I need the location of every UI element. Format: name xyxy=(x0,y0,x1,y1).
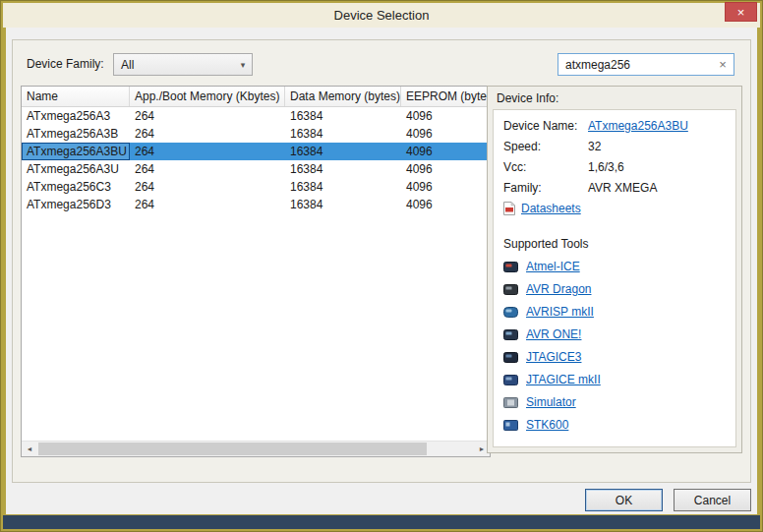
cancel-button[interactable]: Cancel xyxy=(674,489,751,511)
ok-button[interactable]: OK xyxy=(585,489,663,511)
tool-row: STK600 xyxy=(503,418,726,432)
cell-app: 264 xyxy=(130,196,285,213)
device-name-row: Device Name: ATxmega256A3BU xyxy=(503,119,726,133)
table-row-selected[interactable]: ATxmega256A3BU 264 16384 4096 xyxy=(22,143,490,160)
cell-name: ATxmega256C3 xyxy=(22,178,130,196)
tool-link-avrisp-mkii[interactable]: AVRISP mkII xyxy=(526,305,594,319)
vcc-row: Vcc: 1,6/3,6 xyxy=(503,160,726,174)
datasheets-link[interactable]: Datasheets xyxy=(521,202,581,215)
atmel-ice-icon xyxy=(503,262,518,272)
tool-link-avr-one[interactable]: AVR ONE! xyxy=(526,327,581,341)
tool-link-atmel-ice[interactable]: Atmel-ICE xyxy=(526,260,580,273)
content-panel: Device Family: All ▾ × Name App./Boot Me… xyxy=(12,39,751,483)
device-family-label: Device Family: xyxy=(27,57,104,71)
device-info-content: Device Name: ATxmega256A3BU Speed: 32 Vc… xyxy=(493,109,736,447)
simulator-icon xyxy=(503,397,518,408)
tool-row: Atmel-ICE xyxy=(503,260,726,273)
speed-label: Speed: xyxy=(503,140,588,153)
tool-link-simulator[interactable]: Simulator xyxy=(526,395,576,409)
family-label: Family: xyxy=(503,181,588,195)
cell-app: 264 xyxy=(130,125,285,143)
device-search-box: × xyxy=(558,53,734,76)
cell-eeprom: 4096 xyxy=(401,196,490,213)
cell-eeprom: 4096 xyxy=(401,160,490,178)
scroll-left-icon[interactable]: ◄ xyxy=(22,442,37,456)
cell-app: 264 xyxy=(130,178,285,196)
stk600-icon xyxy=(503,420,518,431)
cell-eeprom: 4096 xyxy=(401,125,490,143)
table-row[interactable]: ATxmega256C3 264 16384 4096 xyxy=(22,178,490,196)
avr-one-icon xyxy=(503,329,518,340)
column-header-eeprom[interactable]: EEPROM (bytes) xyxy=(401,87,490,106)
cell-name: ATxmega256A3 xyxy=(22,107,130,125)
cell-data: 16384 xyxy=(285,196,401,213)
supported-tools-heading: Supported Tools xyxy=(503,237,726,251)
table-row[interactable]: ATxmega256A3U 264 16384 4096 xyxy=(22,160,490,178)
family-value: AVR XMEGA xyxy=(588,181,657,195)
scrollbar-thumb[interactable] xyxy=(38,443,427,455)
device-name-link[interactable]: ATxmega256A3BU xyxy=(588,119,688,133)
cell-data: 16384 xyxy=(285,143,401,160)
family-row: Family: AVR XMEGA xyxy=(503,181,726,195)
cell-name: ATxmega256D3 xyxy=(22,196,130,213)
close-icon: × xyxy=(737,6,745,19)
tool-row: AVR Dragon xyxy=(503,282,726,296)
cell-data: 16384 xyxy=(285,160,401,178)
vcc-label: Vcc: xyxy=(503,160,588,174)
avr-dragon-icon xyxy=(503,284,518,295)
vcc-value: 1,6/3,6 xyxy=(588,160,624,174)
cell-data: 16384 xyxy=(285,107,401,125)
cell-eeprom: 4096 xyxy=(401,107,490,125)
cancel-button-label: Cancel xyxy=(694,494,731,507)
datasheets-row: Datasheets xyxy=(503,202,726,215)
chevron-down-icon: ▾ xyxy=(234,60,252,70)
pdf-icon xyxy=(503,202,515,215)
column-header-name[interactable]: Name xyxy=(22,87,130,106)
cell-name: ATxmega256A3U xyxy=(22,160,130,178)
tool-link-jtagice3[interactable]: JTAGICE3 xyxy=(526,350,581,364)
device-family-dropdown[interactable]: All ▾ xyxy=(113,53,253,76)
speed-value: 32 xyxy=(588,140,601,153)
device-info-panel: Device Info: Device Name: ATxmega256A3BU… xyxy=(487,86,742,453)
table-body: ATxmega256A3 264 16384 4096 ATxmega256A3… xyxy=(22,107,490,441)
jtagice-mkii-icon xyxy=(503,375,518,385)
search-input[interactable] xyxy=(558,58,712,72)
window-bottom-edge xyxy=(3,515,760,529)
cell-app: 264 xyxy=(130,143,285,160)
cell-app: 264 xyxy=(130,160,285,178)
tool-row: Simulator xyxy=(503,395,726,409)
tool-link-stk600[interactable]: STK600 xyxy=(526,418,568,432)
tool-row: AVRISP mkII xyxy=(503,305,726,319)
column-header-appboot[interactable]: App./Boot Memory (Kbytes) xyxy=(130,87,285,106)
horizontal-scrollbar[interactable]: ◄ ► xyxy=(22,441,490,456)
table-row[interactable]: ATxmega256D3 264 16384 4096 xyxy=(22,196,490,213)
cell-data: 16384 xyxy=(285,125,401,143)
device-name-label: Device Name: xyxy=(503,119,588,133)
device-table: Name App./Boot Memory (Kbytes) Data Memo… xyxy=(21,86,491,457)
table-row[interactable]: ATxmega256A3B 264 16384 4096 xyxy=(22,125,490,143)
column-header-datamem[interactable]: Data Memory (bytes) xyxy=(285,87,401,106)
cell-name: ATxmega256A3B xyxy=(22,125,130,143)
titlebar[interactable]: Device Selection xyxy=(3,3,760,28)
device-info-heading: Device Info: xyxy=(488,87,741,105)
jtagice3-icon xyxy=(503,352,518,363)
tool-row: JTAGICE mkII xyxy=(503,373,726,386)
tool-row: AVR ONE! xyxy=(503,327,726,341)
cell-eeprom: 4096 xyxy=(401,143,490,160)
cell-name: ATxmega256A3BU xyxy=(22,143,130,160)
ok-button-label: OK xyxy=(616,494,632,507)
tool-link-avr-dragon[interactable]: AVR Dragon xyxy=(526,282,591,296)
speed-row: Speed: 32 xyxy=(503,140,726,153)
close-button[interactable]: × xyxy=(725,2,757,22)
window-title: Device Selection xyxy=(334,8,430,23)
tool-row: JTAGICE3 xyxy=(503,350,726,364)
clear-search-icon[interactable]: × xyxy=(712,57,734,72)
dialog-client-area: Device Family: All ▾ × Name App./Boot Me… xyxy=(6,28,757,514)
cell-eeprom: 4096 xyxy=(401,178,490,196)
device-family-selected-value: All xyxy=(114,58,234,72)
table-header: Name App./Boot Memory (Kbytes) Data Memo… xyxy=(22,87,490,107)
tool-link-jtagice-mkii[interactable]: JTAGICE mkII xyxy=(526,373,601,386)
table-row[interactable]: ATxmega256A3 264 16384 4096 xyxy=(22,107,490,125)
cell-app: 264 xyxy=(130,107,285,125)
cell-data: 16384 xyxy=(285,178,401,196)
